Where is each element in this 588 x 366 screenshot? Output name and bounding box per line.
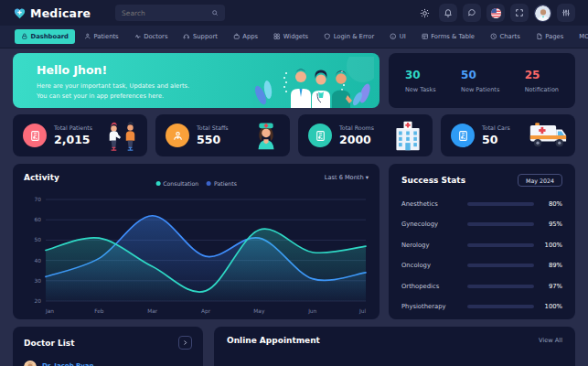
nav-item-patients[interactable]: Patients xyxy=(78,29,125,44)
nav-item-icon xyxy=(536,33,543,40)
nav-item-pages[interactable]: Pages xyxy=(529,29,571,44)
success-stat-row: Oncology 89% xyxy=(401,262,562,269)
quick-stat: 30 New Tasks xyxy=(405,69,436,93)
stat-card-illustration xyxy=(251,118,282,153)
search-icon[interactable] xyxy=(211,9,219,16)
view-all-link[interactable]: View All xyxy=(539,337,562,344)
stat-card-total-cars[interactable]: Total Cars 50 xyxy=(441,114,575,156)
svg-text:Jan: Jan xyxy=(45,308,54,315)
period-dropdown[interactable]: May 2024 xyxy=(518,174,562,187)
doctor-list-title: Doctor List xyxy=(24,339,75,348)
stat-card-total-patients[interactable]: Total Patients 2,015 xyxy=(13,114,147,156)
success-stat-bar xyxy=(467,202,534,206)
success-stat-bar xyxy=(467,264,534,267)
brand-name: Medicare xyxy=(30,6,91,20)
svg-text:Apr: Apr xyxy=(201,308,211,315)
svg-text:Jun: Jun xyxy=(307,308,316,315)
nav-item-icon xyxy=(390,33,397,40)
nav-item-label: Dashboard xyxy=(31,33,69,40)
fullscreen-icon[interactable] xyxy=(510,4,529,22)
doctor-name: Dr. Jacob Ryan xyxy=(42,362,93,366)
stat-card-total-staffs[interactable]: Total Staffs 550 xyxy=(155,114,290,156)
nav-item-label: Pages xyxy=(545,33,563,40)
nav-item-ui[interactable]: UI xyxy=(383,29,412,44)
success-stat-label: Orthopedics xyxy=(401,283,460,290)
stat-card-label: Total Rooms xyxy=(339,124,384,131)
legend-dot xyxy=(207,181,211,186)
svg-text:60: 60 xyxy=(35,217,42,222)
svg-text:May: May xyxy=(253,308,265,315)
nav-item-charts[interactable]: Charts xyxy=(484,29,527,44)
nav-item-more[interactable]: MORE xyxy=(572,29,588,44)
nav-item-icon xyxy=(490,33,497,40)
nav-item-icon xyxy=(233,33,241,40)
heart-logo-icon xyxy=(13,6,27,20)
activity-chart: 203040506070JanFebMarAprMayJunJul xyxy=(24,195,369,319)
settings-sliders-icon[interactable] xyxy=(557,4,575,22)
svg-text:Feb: Feb xyxy=(94,308,104,314)
activity-range-dropdown[interactable]: Last 6 Month ▾ xyxy=(325,174,369,181)
stat-card-value: 2,015 xyxy=(54,133,97,146)
online-appointment-panel: Online Appointment View All xyxy=(214,327,575,366)
quick-stat-value: 30 xyxy=(405,69,436,81)
nav-item-doctors[interactable]: Doctors xyxy=(128,29,175,44)
nav-item-apps[interactable]: Apps xyxy=(227,29,264,44)
stat-card-value: 50 xyxy=(482,133,521,146)
svg-text:Jul: Jul xyxy=(358,308,366,315)
user-avatar[interactable] xyxy=(534,5,551,22)
online-appointment-title: Online Appointment xyxy=(227,336,320,345)
medicare-dashboard: Medicare xyxy=(0,0,588,366)
stat-card-value: 2000 xyxy=(339,133,384,146)
stat-card-info: Total Staffs 550 xyxy=(197,124,243,146)
nav-item-login-error[interactable]: Login & Error xyxy=(317,29,380,44)
legend-item[interactable]: Consultation xyxy=(155,180,198,187)
nav-item-support[interactable]: Support xyxy=(176,29,223,44)
stat-card-icon xyxy=(308,124,332,147)
brand-logo[interactable]: Medicare xyxy=(13,6,104,20)
language-us-flag-icon[interactable] xyxy=(486,4,505,22)
nav-item-label: Patients xyxy=(93,33,118,40)
topbar: Medicare xyxy=(0,0,588,26)
doctors-illustration xyxy=(253,57,374,108)
nav-item-label: Charts xyxy=(500,33,520,40)
doctor-list-item[interactable]: Dr. Jacob Ryan xyxy=(24,360,192,366)
chevron-right-icon[interactable] xyxy=(178,336,192,350)
stat-card-total-rooms[interactable]: Total Rooms 2000 xyxy=(298,114,433,156)
chart-legend: Consultation Patients xyxy=(155,180,237,187)
success-stat-label: Anesthetics xyxy=(401,200,460,208)
stat-cards-row: Total Patients 2,015 Total Staffs 550 To… xyxy=(13,114,575,156)
stat-card-label: Total Staffs xyxy=(197,124,243,131)
svg-text:40: 40 xyxy=(35,258,42,264)
nav-item-label: Login & Error xyxy=(334,33,375,40)
success-stat-row: Orthopedics 97% xyxy=(401,283,562,290)
svg-text:20: 20 xyxy=(35,298,42,304)
nav-item-label: Widgets xyxy=(283,33,308,40)
stat-card-illustration xyxy=(104,118,139,153)
stat-card-icon xyxy=(23,124,47,147)
stat-card-icon xyxy=(451,124,475,147)
chat-icon[interactable] xyxy=(463,4,481,22)
nav-item-label: Doctors xyxy=(144,33,167,40)
legend-item[interactable]: Patients xyxy=(207,180,237,187)
nav-item-widgets[interactable]: Widgets xyxy=(267,29,315,44)
activity-panel: Activity Last 6 Month ▾ Consultation Pat… xyxy=(13,164,380,319)
svg-text:Mar: Mar xyxy=(147,308,158,314)
success-stat-bar xyxy=(467,243,534,247)
nav-item-forms-table[interactable]: Forms & Table xyxy=(415,29,481,44)
stat-card-value: 550 xyxy=(197,133,243,146)
success-stat-value: 97% xyxy=(541,283,562,290)
stat-card-info: Total Rooms 2000 xyxy=(339,124,384,146)
success-stat-label: Oncology xyxy=(401,262,460,269)
notifications-bell-icon[interactable] xyxy=(439,4,457,22)
nav-item-label: Forms & Table xyxy=(431,33,475,40)
nav-item-icon xyxy=(21,33,28,40)
nav-item-label: Support xyxy=(193,33,218,40)
theme-toggle-sun-icon[interactable] xyxy=(415,4,433,22)
success-stat-row: Nerology 100% xyxy=(401,242,562,249)
search-input[interactable] xyxy=(122,9,208,17)
stat-card-label: Total Patients xyxy=(54,124,97,131)
nav-item-icon xyxy=(422,33,429,40)
success-stat-value: 80% xyxy=(541,200,562,208)
search-box[interactable] xyxy=(115,5,225,21)
nav-item-dashboard[interactable]: Dashboard xyxy=(15,29,75,44)
